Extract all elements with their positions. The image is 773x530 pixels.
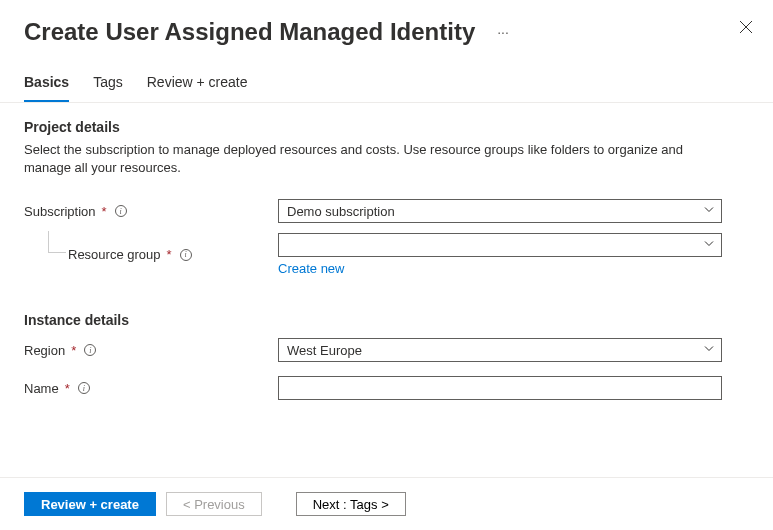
required-marker: * [71,343,76,358]
more-actions-button[interactable]: ··· [493,20,513,44]
resource-group-select[interactable] [278,233,722,257]
subscription-select[interactable]: Demo subscription [278,199,722,223]
review-create-button[interactable]: Review + create [24,492,156,516]
subscription-label: Subscription [24,204,96,219]
name-label: Name [24,381,59,396]
info-icon[interactable]: i [180,249,192,261]
region-label: Region [24,343,65,358]
previous-button[interactable]: < Previous [166,492,262,516]
info-icon[interactable]: i [115,205,127,217]
chevron-down-icon [703,343,715,358]
tree-connector [48,231,66,253]
info-icon[interactable]: i [84,344,96,356]
next-button[interactable]: Next : Tags > [296,492,406,516]
tab-basics[interactable]: Basics [24,74,69,102]
project-details-heading: Project details [24,119,749,135]
resource-group-label: Resource group [68,247,161,262]
chevron-down-icon [703,204,715,219]
name-input[interactable] [278,376,722,400]
region-value: West Europe [287,343,362,358]
project-details-description: Select the subscription to manage deploy… [24,141,704,177]
required-marker: * [102,204,107,219]
chevron-down-icon [703,238,715,253]
tab-tags[interactable]: Tags [93,74,123,102]
create-new-link[interactable]: Create new [278,261,344,276]
region-select[interactable]: West Europe [278,338,722,362]
required-marker: * [65,381,70,396]
instance-details-heading: Instance details [24,312,749,328]
subscription-value: Demo subscription [287,204,395,219]
tab-review[interactable]: Review + create [147,74,248,102]
close-icon [739,22,753,37]
footer-bar: Review + create < Previous Next : Tags > [0,477,773,530]
required-marker: * [167,247,172,262]
page-title: Create User Assigned Managed Identity [24,18,475,46]
info-icon[interactable]: i [78,382,90,394]
tab-bar: Basics Tags Review + create [0,46,773,103]
close-button[interactable] [739,20,755,36]
